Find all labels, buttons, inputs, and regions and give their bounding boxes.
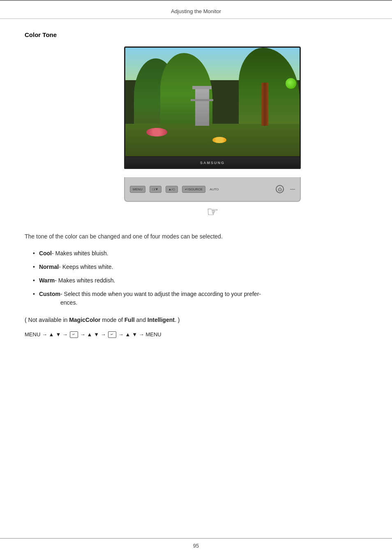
bullet-list: Cool - Makes whites bluish. Normal - Kee… [25, 249, 367, 307]
hand-cursor-icon: ☞ [207, 204, 219, 220]
normal-term: Normal [39, 263, 59, 271]
note-text: ( Not available in MagicColor mode of Fu… [25, 315, 367, 324]
trunk [261, 83, 268, 126]
menu-start: MENU → ▲ [25, 331, 54, 338]
note-middle: mode of [100, 317, 124, 323]
full-term: Full [125, 317, 135, 323]
note-and: and [135, 317, 148, 323]
cool-term: Cool [39, 249, 52, 258]
warm-term: Warm [39, 276, 55, 285]
enter-source-button[interactable]: ↵/SOURCE [182, 186, 205, 193]
section-title: Color Tone [25, 31, 367, 38]
header-title: Adjusting the Monitor [171, 8, 221, 14]
description-text: The tone of the color can be changed and… [25, 232, 367, 241]
aspect-down-button[interactable]: □/▼ [150, 186, 161, 193]
menu-sequence: MENU → ▲ ▼ → ↵ → ▲ ▼ → ↵ → ▲ ▼ → MENU [25, 331, 367, 338]
list-item-cool: Cool - Makes whites bluish. [25, 249, 367, 258]
enter-icon-2: ↵ [108, 331, 116, 338]
list-item-custom: Custom - Select this mode when you want … [25, 290, 367, 307]
monitor-image-area: SAMSUNG MENU □/▼ ▲/◇ ↵/SOURCE AUTO ⏻ — ☞ [58, 46, 367, 220]
brand-logo: SAMSUNG [200, 161, 225, 165]
description-content: The tone of the color can be changed and… [25, 233, 223, 240]
warm-text: - Makes whites reddish. [55, 276, 115, 285]
cool-text: - Makes whites bluish. [52, 249, 108, 258]
enter-icon-1: ↵ [70, 331, 78, 338]
custom-text: - Select this mode when you want to adju… [60, 290, 261, 307]
up-diamond-button[interactable]: ▲/◇ [166, 186, 178, 193]
page-number: 95 [0, 543, 392, 549]
magic-color-term: MagicColor [69, 317, 100, 323]
main-content: Color Tone SAMSUNG MENU □/▼ [0, 19, 392, 363]
page-header: Adjusting the Monitor [0, 1, 392, 19]
pagoda [195, 88, 209, 126]
monitor-screen [124, 46, 301, 157]
menu-down3: ▼ → MENU [132, 331, 161, 338]
menu-up2: → ▲ [118, 331, 130, 338]
garden-image [125, 48, 300, 156]
note-prefix: ( Not available in [25, 317, 69, 323]
list-item-warm: Warm - Makes whites reddish. [25, 276, 367, 285]
green-ball [286, 78, 296, 89]
bottom-border [0, 538, 392, 539]
power-button[interactable]: ⏻ [276, 185, 284, 193]
monitor-bezel-bottom: SAMSUNG [124, 157, 301, 169]
flower2 [212, 137, 226, 143]
auto-label: AUTO [210, 187, 219, 191]
note-suffix: . ) [175, 317, 180, 323]
list-item-normal: Normal - Keeps whites white. [25, 263, 367, 271]
menu-down1: ▼ → [55, 331, 67, 338]
panel-dash: — [290, 186, 295, 192]
monitor-front-panel: MENU □/▼ ▲/◇ ↵/SOURCE AUTO ⏻ — [124, 177, 301, 202]
menu-down2: ▼ → [94, 331, 106, 338]
normal-text: - Keeps whites white. [59, 263, 113, 271]
custom-term: Custom [39, 290, 60, 298]
intelligent-term: Intelligent [148, 317, 175, 323]
cursor-area: ☞ [207, 204, 219, 220]
menu-button[interactable]: MENU [130, 186, 145, 193]
menu-up1: → ▲ [80, 331, 92, 338]
